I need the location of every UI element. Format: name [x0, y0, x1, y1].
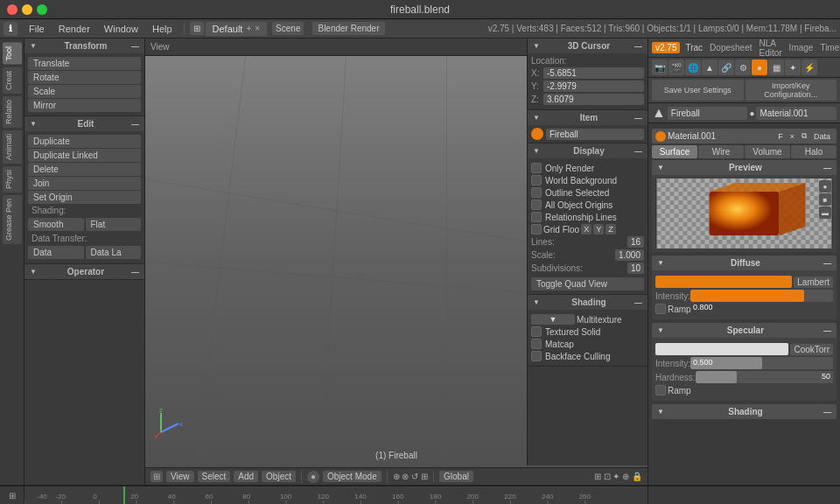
edit-header[interactable]: Edit —: [24, 116, 144, 131]
tab-plus[interactable]: +: [246, 24, 251, 33]
toolbar-tab-create[interactable]: Creat: [3, 67, 22, 94]
halo-tab[interactable]: Halo: [791, 145, 836, 158]
axis-x-btn[interactable]: X: [581, 224, 592, 234]
item-name-field[interactable]: Fireball: [546, 129, 644, 140]
preview-collapse[interactable]: —: [823, 164, 831, 172]
preview-header[interactable]: Preview —: [652, 160, 836, 175]
axis-y-btn[interactable]: Y: [593, 224, 604, 234]
shading-mat-header[interactable]: Shading —: [652, 404, 836, 419]
scale-btn[interactable]: Scale: [28, 85, 141, 98]
viewport-icon-btn[interactable]: ⊞: [150, 471, 163, 482]
menu-window[interactable]: Window: [98, 22, 144, 36]
toolbar-tab-relations[interactable]: Relatio: [3, 96, 22, 128]
smooth-btn[interactable]: Smooth: [28, 218, 84, 231]
layout-icon[interactable]: ⊞: [190, 22, 204, 35]
transform-header[interactable]: Transform —: [24, 38, 144, 53]
add-btn[interactable]: Add: [234, 471, 258, 482]
import-key-config-btn[interactable]: Import/Key Configuration...: [746, 80, 837, 101]
x-value[interactable]: -5.6851: [543, 67, 644, 79]
duplicate-btn[interactable]: Duplicate: [28, 135, 141, 148]
toolbar-tab-physics[interactable]: Physi: [3, 166, 22, 192]
submenu-timeline[interactable]: Timeline: [820, 43, 840, 52]
grid-floor-checkbox[interactable]: [531, 224, 542, 234]
object-menu-btn[interactable]: Object: [262, 471, 296, 482]
preview-plane-icon[interactable]: ▬: [819, 206, 831, 219]
spec-ramp-label[interactable]: Ramp: [668, 386, 691, 396]
timeline-ruler[interactable]: -40 -20 0 20 40 60 80 100 120 140: [24, 486, 648, 504]
submenu-image[interactable]: Image: [789, 43, 814, 52]
render-engine-btn[interactable]: Blender Render: [312, 22, 384, 35]
backface-checkbox[interactable]: [531, 351, 542, 361]
ramp-checkbox[interactable]: [655, 304, 666, 314]
select-btn[interactable]: Select: [198, 471, 231, 482]
toolbar-tab-greasepen[interactable]: Grease Pen: [3, 195, 22, 244]
mode-select[interactable]: Object Mode: [323, 471, 382, 482]
item-collapse[interactable]: —: [634, 114, 642, 122]
material-name-field[interactable]: Material.001: [756, 107, 836, 120]
specular-collapse[interactable]: —: [823, 326, 831, 335]
mat-data-btn[interactable]: Data: [811, 131, 833, 142]
prop-object-icon[interactable]: ▲: [702, 60, 718, 75]
view-btn[interactable]: View: [166, 471, 194, 482]
toolbar-tab-tool[interactable]: Tool: [3, 43, 22, 65]
cursor-panel-header[interactable]: 3D Cursor —: [528, 38, 648, 53]
mat-copy-btn[interactable]: ⧉: [799, 130, 809, 142]
version-btn[interactable]: v2.75: [652, 42, 680, 53]
mat-x-btn[interactable]: ×: [788, 131, 797, 142]
display-collapse[interactable]: —: [634, 147, 642, 156]
toggle-quad-btn[interactable]: Toggle Quad View: [531, 277, 644, 290]
set-origin-btn[interactable]: Set Origin: [28, 191, 141, 204]
prop-world-icon[interactable]: 🌐: [685, 60, 701, 75]
scene-tab[interactable]: Default + ×: [206, 22, 268, 36]
close-button[interactable]: [7, 4, 18, 15]
scene-name[interactable]: Scene: [272, 22, 304, 35]
duplicate-linked-btn[interactable]: Duplicate Linked: [28, 149, 141, 162]
mat-f-btn[interactable]: F: [775, 131, 786, 142]
item-panel-header[interactable]: Item —: [528, 110, 648, 125]
edit-collapse[interactable]: —: [131, 120, 139, 129]
maximize-button[interactable]: [37, 4, 47, 15]
wire-tab[interactable]: Wire: [698, 145, 744, 158]
flat-btn[interactable]: Flat: [86, 218, 142, 231]
specular-shader-btn[interactable]: CookTorr: [790, 344, 833, 355]
diffuse-header[interactable]: Diffuse —: [652, 256, 836, 270]
menu-file[interactable]: File: [23, 22, 51, 36]
diffuse-shader-btn[interactable]: Lambert: [794, 276, 833, 288]
world-bg-checkbox[interactable]: [531, 175, 542, 186]
multitexture-select[interactable]: ▼: [531, 314, 575, 325]
translate-btn[interactable]: Translate: [28, 57, 141, 70]
textured-solid-checkbox[interactable]: [531, 326, 542, 337]
matcap-checkbox[interactable]: [531, 339, 542, 349]
shading-mat-collapse[interactable]: —: [823, 408, 831, 416]
shading-n-collapse[interactable]: —: [634, 298, 642, 307]
data-la-btn[interactable]: Data La: [86, 246, 142, 259]
submenu-dopesheet[interactable]: Dopesheet: [710, 43, 752, 52]
operator-header[interactable]: Operator —: [24, 264, 144, 279]
axis-z-btn[interactable]: Z: [606, 224, 616, 234]
transform-collapse[interactable]: —: [131, 42, 139, 51]
menu-help[interactable]: Help: [146, 22, 178, 36]
spec-ramp-checkbox[interactable]: [655, 385, 666, 396]
view-menu[interactable]: View: [150, 42, 170, 52]
prop-material-icon[interactable]: ●: [752, 60, 767, 75]
prop-texture-icon[interactable]: ▦: [768, 60, 784, 75]
minimize-button[interactable]: [22, 4, 32, 15]
subdiv-value[interactable]: 10: [627, 262, 644, 274]
specular-color-bar[interactable]: [655, 343, 788, 355]
prop-particles-icon[interactable]: ✦: [785, 60, 801, 75]
submenu-nla[interactable]: NLA Editor: [759, 38, 781, 58]
operator-collapse[interactable]: —: [131, 268, 139, 276]
prop-render-icon[interactable]: 📷: [652, 60, 668, 75]
rotate-btn[interactable]: Rotate: [28, 71, 141, 84]
z-value[interactable]: 3.6079: [543, 94, 644, 105]
y-value[interactable]: -2.9979: [543, 80, 644, 92]
volume-tab[interactable]: Volume: [745, 145, 790, 158]
global-btn[interactable]: Global: [439, 471, 473, 482]
toolbar-tab-animation[interactable]: Animati: [3, 130, 22, 164]
trac-btn[interactable]: Trac: [682, 42, 706, 53]
object-name-field[interactable]: Fireball: [668, 107, 748, 120]
join-btn[interactable]: Join: [28, 177, 141, 190]
shading-panel-header[interactable]: Shading —: [528, 295, 648, 310]
preview-sphere-icon[interactable]: ●: [819, 180, 831, 192]
rel-lines-checkbox[interactable]: [531, 212, 542, 222]
